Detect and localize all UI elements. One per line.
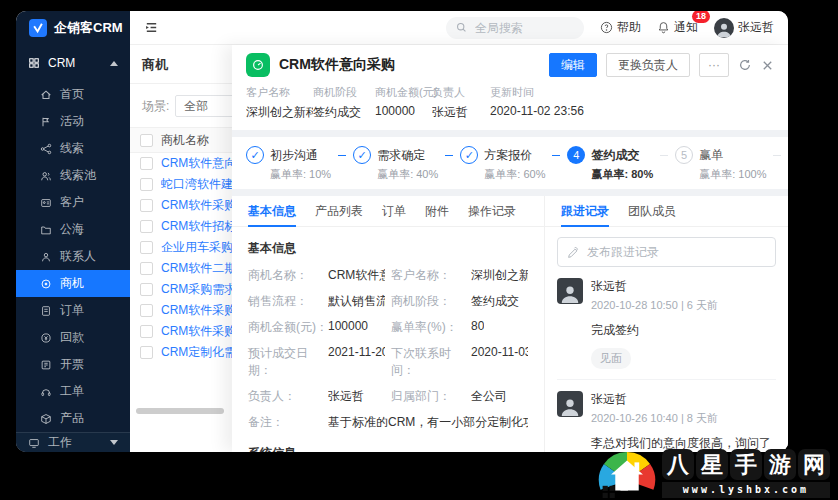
followup-composer[interactable]: 发布跟进记录 xyxy=(557,237,776,267)
sidebar-item-public-sea[interactable]: 公海 xyxy=(16,216,130,243)
user-menu[interactable]: 张远哲 xyxy=(714,18,774,38)
scene-select[interactable]: 全部 xyxy=(175,95,232,117)
watermark-url: www.lyshbx.com xyxy=(662,482,830,498)
row-checkbox[interactable] xyxy=(140,241,153,254)
horizontal-scrollbar[interactable] xyxy=(136,408,224,414)
row-link[interactable]: CRM软件二期采购 xyxy=(161,260,232,277)
info-label: 预计成交日期： xyxy=(248,345,328,379)
sidebar-item-payments[interactable]: 回款 xyxy=(16,324,130,351)
table-row[interactable]: CRM软件二期采购 xyxy=(130,258,232,279)
sidebar-item-products[interactable]: 产品 xyxy=(16,405,130,432)
info-label: 下次联系时间： xyxy=(391,345,471,379)
sidebar-item-tickets[interactable]: 工单 xyxy=(16,378,130,405)
box-icon xyxy=(40,413,52,425)
row-checkbox[interactable] xyxy=(140,283,153,296)
row-checkbox[interactable] xyxy=(140,157,153,170)
followup-content: 发布跟进记录 张远哲 2020-10-28 10:50 | 6 天前 xyxy=(545,227,788,452)
row-link[interactable]: CRM软件采购需求 xyxy=(161,323,232,340)
tab-attachments[interactable]: 附件 xyxy=(425,196,449,226)
table-row[interactable]: CRM软件招标采购 xyxy=(130,216,232,237)
sidebar-item-contacts[interactable]: 联系人 xyxy=(16,243,130,270)
table-row[interactable]: CRM采购需求 xyxy=(130,279,232,300)
row-checkbox[interactable] xyxy=(140,304,153,317)
change-owner-button[interactable]: 更换负责人 xyxy=(606,53,690,77)
search-input[interactable] xyxy=(473,20,557,36)
sidebar-item-label: 线索 xyxy=(60,140,84,157)
row-link[interactable]: CRM软件招标采购 xyxy=(161,218,232,235)
table-row[interactable]: CRM软件采购需求 xyxy=(130,300,232,321)
step-quote[interactable]: ✓ 方案报价 赢单率: 60% xyxy=(460,146,545,182)
customer-link[interactable]: 深圳创之新科技有限公... xyxy=(246,104,313,121)
field-label: 负责人 xyxy=(432,85,490,100)
tab-basic-info[interactable]: 基本信息 xyxy=(248,196,296,226)
field-label: 商机阶段 xyxy=(313,85,375,100)
edit-button[interactable]: 编辑 xyxy=(549,53,597,77)
row-link[interactable]: CRM软件采购需求 xyxy=(161,302,232,319)
opportunity-list-panel: 商机 场景: 全部 商机名称 CRM软件意向采购 蛇口湾软件建设 CRM软件采购 xyxy=(130,45,232,452)
row-checkbox[interactable] xyxy=(140,220,153,233)
row-checkbox[interactable] xyxy=(140,199,153,212)
row-link[interactable]: CRM定制化需求 xyxy=(161,344,232,361)
select-all-checkbox[interactable] xyxy=(140,134,153,147)
step-label: 需求确定 xyxy=(377,148,425,162)
tab-operation-log[interactable]: 操作记录 xyxy=(468,196,516,226)
tab-orders[interactable]: 订单 xyxy=(382,196,406,226)
sidebar-section-crm[interactable]: CRM xyxy=(16,45,130,79)
tab-followup-records[interactable]: 跟进记录 xyxy=(561,196,609,226)
sidebar-item-orders[interactable]: 订单 xyxy=(16,297,130,324)
sidebar-item-activity[interactable]: 活动 xyxy=(16,108,130,135)
row-link[interactable]: CRM采购需求 xyxy=(161,281,232,298)
table-row[interactable]: 蛇口湾软件建设 xyxy=(130,174,232,195)
customer-link[interactable]: 深圳创之新科技有限公司 xyxy=(471,267,528,284)
step-label: 签约成交 xyxy=(591,148,639,162)
table-row[interactable]: CRM软件意向采购 xyxy=(130,153,232,174)
sidebar-section-label: CRM xyxy=(48,56,75,70)
opportunity-gauge-icon xyxy=(246,53,270,77)
table-row[interactable]: CRM软件采购 xyxy=(130,195,232,216)
followup-entry: 张远哲 2020-10-28 10:50 | 6 天前 完成签约 见面 xyxy=(557,267,776,380)
more-actions-button[interactable]: ··· xyxy=(699,53,729,77)
sidebar-section-work[interactable]: 工作 xyxy=(16,432,130,452)
table-row[interactable]: 企业用车采购 xyxy=(130,237,232,258)
row-checkbox[interactable] xyxy=(140,325,153,338)
row-link[interactable]: CRM软件采购 xyxy=(161,197,232,214)
row-link[interactable]: CRM软件意向采购 xyxy=(161,155,232,172)
field-value: 张远哲 xyxy=(432,104,490,121)
menu-fold-icon[interactable] xyxy=(144,20,159,35)
step-connector xyxy=(660,155,668,156)
sidebar-item-label: 公海 xyxy=(60,221,84,238)
info-label: 备注： xyxy=(248,414,328,431)
sidebar-item-leads[interactable]: 线索 xyxy=(16,135,130,162)
notifications-button[interactable]: 通知 18 xyxy=(657,19,698,36)
tab-team-members[interactable]: 团队成员 xyxy=(628,196,676,226)
contact-icon xyxy=(40,251,52,263)
tab-product-list[interactable]: 产品列表 xyxy=(315,196,363,226)
row-checkbox[interactable] xyxy=(140,346,153,359)
sidebar-item-lead-pool[interactable]: 线索池 xyxy=(16,162,130,189)
help-label: 帮助 xyxy=(617,19,641,36)
scene-filter-row: 场景: 全部 xyxy=(130,84,232,127)
sidebar-item-opportunities[interactable]: 商机 xyxy=(16,270,130,297)
row-link[interactable]: 蛇口湾软件建设 xyxy=(161,176,232,193)
sidebar-item-invoices[interactable]: 开票 xyxy=(16,351,130,378)
step-initial-contact[interactable]: ✓ 初步沟通 赢单率: 10% xyxy=(246,146,331,182)
row-checkbox[interactable] xyxy=(140,262,153,275)
step-requirements[interactable]: ✓ 需求确定 赢单率: 40% xyxy=(353,146,438,182)
row-checkbox[interactable] xyxy=(140,178,153,191)
close-icon[interactable] xyxy=(761,59,774,72)
table-row[interactable]: CRM定制化需求 xyxy=(130,342,232,363)
help-button[interactable]: 帮助 xyxy=(600,19,641,36)
sidebar-item-customers[interactable]: 客户 xyxy=(16,189,130,216)
global-search[interactable] xyxy=(446,17,584,39)
table-row[interactable]: CRM软件采购需求 xyxy=(130,321,232,342)
refresh-icon[interactable] xyxy=(738,58,752,72)
sidebar-item-home[interactable]: 首页 xyxy=(16,81,130,108)
step-won[interactable]: 5 赢单 赢单率: 100% xyxy=(675,146,766,182)
scene-label: 场景: xyxy=(142,98,169,115)
flag-icon xyxy=(40,116,52,128)
row-link[interactable]: 企业用车采购 xyxy=(161,239,232,256)
summary-field: 更新时间 2020-11-02 23:56 xyxy=(490,85,584,121)
step-signed[interactable]: 4 签约成交 赢单率: 80% xyxy=(567,146,653,182)
users-icon xyxy=(40,170,52,182)
step-label: 赢单 xyxy=(699,148,723,162)
